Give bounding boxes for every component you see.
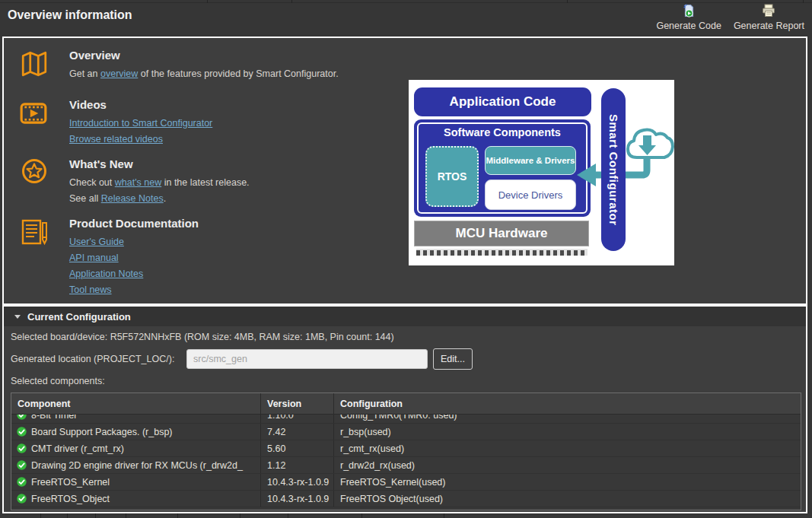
- cell-version: 10.4.3-rx-1.0.9: [260, 491, 333, 507]
- cell-component: 8-Bit Timer: [31, 415, 77, 421]
- videos-title: Videos: [69, 98, 107, 111]
- cell-configuration: FreeRTOS Object(used): [333, 491, 801, 507]
- check-icon: [17, 427, 27, 437]
- generate-code-button[interactable]: Generate Code: [656, 3, 721, 31]
- table-row[interactable]: FreeRTOS_Kernel 10.4.3-rx-1.0.9 FreeRTOS…: [11, 474, 801, 491]
- whats-new-line2-before: See all: [69, 193, 101, 204]
- overview-text-after: of the features provided by Smart Config…: [138, 68, 338, 79]
- selected-components-label: Selected components:: [11, 376, 105, 386]
- table-row[interactable]: FreeRTOS_Object 10.4.3-rx-1.0.9 FreeRTOS…: [11, 491, 801, 507]
- api-manual-link[interactable]: API manual: [69, 253, 119, 263]
- cell-version: 1.10.0: [260, 415, 333, 423]
- whats-new-title: What's New: [69, 157, 133, 170]
- cell-configuration: r_drw2d_rx(used): [333, 457, 801, 473]
- cell-component: CMT driver (r_cmt_rx): [31, 443, 124, 454]
- bottom-tab-strip: [0, 513, 812, 518]
- table-row[interactable]: 8-Bit Timer 1.10.0 Config_TMR0(TMR0: use…: [11, 415, 801, 424]
- generate-code-label: Generate Code: [656, 21, 721, 31]
- cell-component: Board Support Packages. (r_bsp): [31, 427, 173, 437]
- collapse-triangle-icon: [14, 315, 21, 319]
- tab-divider: [444, 513, 444, 518]
- whats-new-link[interactable]: what's new: [115, 177, 161, 188]
- tab-divider: [126, 513, 126, 518]
- map-icon: [20, 49, 49, 78]
- whats-new-line2-after: .: [164, 193, 166, 204]
- generate-code-icon: [681, 3, 696, 18]
- check-icon: [17, 477, 27, 487]
- cell-component: Drawing 2D engine driver for RX MCUs (r_…: [31, 460, 243, 471]
- whats-new-line1: Check out what's new in the latest relea…: [69, 177, 250, 188]
- cell-component: FreeRTOS_Object: [31, 494, 110, 504]
- edit-button[interactable]: Edit...: [433, 348, 473, 370]
- overview-title: Overview: [69, 49, 120, 62]
- page-title: Overview information: [8, 8, 132, 22]
- application-notes-link[interactable]: Application Notes: [69, 269, 143, 279]
- check-icon: [17, 494, 27, 504]
- selected-board-line: Selected board/device: R5F572NNHxFB (ROM…: [11, 332, 394, 342]
- current-configuration-title: Current Configuration: [27, 311, 131, 323]
- table-row[interactable]: Drawing 2D engine driver for RX MCUs (r_…: [11, 457, 801, 474]
- whats-new-line1-after: in the latest release.: [161, 177, 249, 188]
- tab-divider: [207, 0, 208, 3]
- architecture-diagram: Application Code Software Components RTO…: [409, 80, 674, 265]
- generate-report-label: Generate Report: [734, 21, 804, 31]
- tab-divider: [291, 0, 292, 3]
- overview-text-before: Get an: [69, 68, 100, 79]
- release-notes-link[interactable]: Release Notes: [101, 193, 164, 204]
- generated-location-input[interactable]: [186, 349, 428, 369]
- table-row[interactable]: Board Support Packages. (r_bsp) 7.42 r_b…: [11, 424, 801, 440]
- overview-text: Get an overview of the features provided…: [69, 68, 339, 79]
- overview-panel: Overview Get an overview of the features…: [2, 37, 807, 513]
- column-header-version[interactable]: Version: [260, 393, 333, 414]
- cell-version: 7.42: [260, 424, 333, 440]
- current-configuration-header[interactable]: Current Configuration: [4, 307, 806, 326]
- check-icon: [17, 415, 27, 420]
- diagram-smart-configurator: Smart Configurator: [601, 88, 626, 251]
- diagram-cloud-arrow: [409, 80, 674, 265]
- generate-report-button[interactable]: Generate Report: [734, 3, 804, 31]
- video-icon: [19, 99, 48, 128]
- generate-report-icon: [761, 3, 776, 18]
- videos-intro-link[interactable]: Introduction to Smart Configurator: [69, 118, 212, 129]
- components-table-body: 8-Bit Timer 1.10.0 Config_TMR0(TMR0: use…: [11, 415, 801, 510]
- tab-divider: [240, 513, 240, 518]
- cell-version: 10.4.3-rx-1.0.9: [260, 474, 333, 490]
- tab-divider: [361, 513, 362, 518]
- documentation-icon: [19, 217, 49, 249]
- tab-divider: [67, 513, 68, 518]
- arrow-left-icon: [577, 164, 596, 186]
- toolbar-actions: Generate Code Generate Report: [656, 3, 804, 31]
- check-icon: [17, 460, 27, 470]
- cell-configuration: r_bsp(used): [333, 424, 801, 440]
- components-table: Component Version Configuration 8-Bit Ti…: [11, 392, 801, 510]
- check-icon: [17, 443, 27, 453]
- cell-configuration: r_cmt_rx(used): [333, 440, 801, 456]
- cell-configuration: Config_TMR0(TMR0: used): [333, 415, 801, 423]
- cell-version: 1.12: [260, 457, 333, 473]
- column-header-configuration[interactable]: Configuration: [333, 393, 801, 414]
- overview-link[interactable]: overview: [100, 68, 138, 79]
- whats-new-line1-before: Check out: [69, 177, 115, 188]
- whats-new-line2: See all Release Notes.: [69, 193, 166, 204]
- tool-news-link[interactable]: Tool news: [69, 284, 112, 295]
- diagram-smart-configurator-label: Smart Configurator: [607, 114, 620, 226]
- generated-location-label: Generated location (PROJECT_LOC/):: [11, 354, 174, 364]
- tab-divider: [567, 0, 568, 3]
- users-guide-link[interactable]: User's Guide: [69, 237, 124, 247]
- tab-divider: [177, 513, 178, 518]
- cell-component: FreeRTOS_Kernel: [31, 477, 110, 488]
- videos-browse-link[interactable]: Browse related videos: [69, 134, 163, 145]
- column-header-component[interactable]: Component: [11, 399, 260, 409]
- components-table-header: Component Version Configuration: [11, 393, 801, 415]
- tab-divider: [288, 513, 288, 518]
- view-toolbar: Overview information Generate Code Gener…: [0, 0, 812, 37]
- tab-divider: [95, 513, 96, 518]
- whats-new-icon: [21, 157, 48, 185]
- table-row[interactable]: CMT driver (r_cmt_rx) 5.60 r_cmt_rx(used…: [11, 440, 801, 457]
- tab-divider: [40, 513, 41, 518]
- cell-version: 5.60: [260, 440, 333, 456]
- docs-title: Product Documentation: [69, 217, 199, 230]
- cell-configuration: FreeRTOS_Kernel(used): [333, 474, 801, 490]
